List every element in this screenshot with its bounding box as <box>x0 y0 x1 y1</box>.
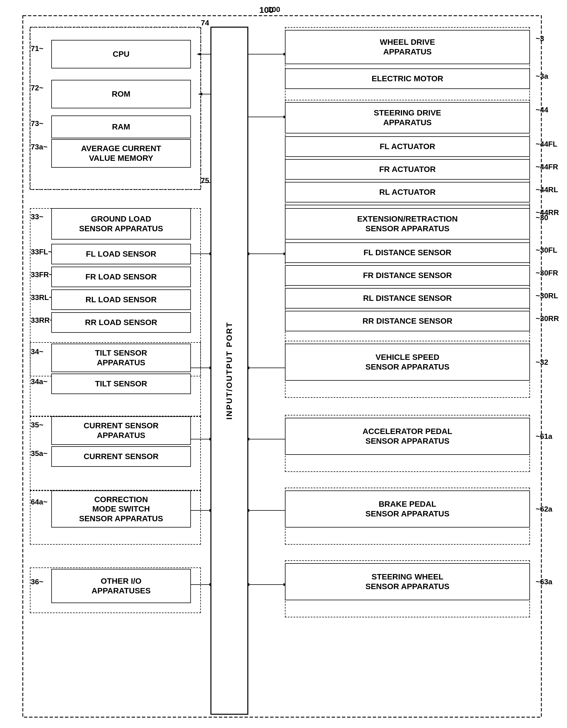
other-io-box: OTHER I/OAPPARATUSES <box>51 569 191 603</box>
ram-box: RAM <box>51 115 191 138</box>
rl-load-box: RL LOAD SENSOR <box>51 289 191 310</box>
ref-33rl: 33RL~ <box>31 293 53 302</box>
wheel-drive-box: WHEEL DRIVEAPPARATUS <box>285 30 530 64</box>
ref-44fl: ~44FL <box>536 140 557 149</box>
ref-61a: ~61a <box>536 432 552 441</box>
ground-load-box: GROUND LOADSENSOR APPARATUS <box>51 208 191 240</box>
rl-actuator-box: RL ACTUATOR <box>285 182 530 202</box>
rr-distance-box: RR DISTANCE SENSOR <box>285 311 530 331</box>
brake-pedal-box: BRAKE PEDALSENSOR APPARATUS <box>285 490 530 528</box>
fr-load-box: FR LOAD SENSOR <box>51 267 191 287</box>
fr-actuator-box: FR ACTUATOR <box>285 159 530 180</box>
steering-drive-box: STEERING DRIVEAPPARATUS <box>285 102 530 133</box>
ref-34: 34~ <box>31 347 43 356</box>
ref-35a: 35a~ <box>31 449 48 458</box>
electric-motor-box: ELECTRIC MOTOR <box>285 68 530 89</box>
rl-distance-box: RL DISTANCE SENSOR <box>285 288 530 309</box>
io-port-label: INPUT/OUTPUT PORT <box>225 322 234 419</box>
ref-72: 72~ <box>31 84 43 92</box>
ref-74: 74 <box>201 19 209 27</box>
ref-62a: ~62a <box>536 505 552 514</box>
fl-actuator-box: FL ACTUATOR <box>285 136 530 157</box>
ref-71: 71~ <box>31 44 43 53</box>
avg-current-mem-box: AVERAGE CURRENTVALUE MEMORY <box>51 139 191 168</box>
ref-34a: 34a~ <box>31 377 48 386</box>
ref-33: 33~ <box>31 212 43 221</box>
ref-75: 75 <box>201 176 209 185</box>
steering-wheel-box: STEERING WHEELSENSOR APPARATUS <box>285 563 530 600</box>
tilt-sensor-box: TILT SENSOR <box>51 374 191 394</box>
ref-36: 36~ <box>31 577 43 586</box>
fl-distance-box: FL DISTANCE SENSOR <box>285 242 530 263</box>
io-port-box: INPUT/OUTPUT PORT <box>211 27 248 714</box>
ref-35: 35~ <box>31 421 43 429</box>
ref-100: 100 <box>259 5 274 15</box>
rom-box: ROM <box>51 80 191 108</box>
tilt-sensor-app-box: TILT SENSORAPPARATUS <box>51 344 191 372</box>
ext-retract-box: EXTENSION/RETRACTIONSENSOR APPARATUS <box>285 208 530 240</box>
ref-30: ~30 <box>536 213 548 222</box>
ref-64a: 64a~ <box>31 498 48 506</box>
cpu-box: CPU <box>51 40 191 68</box>
ref-33rr: 33RR~ <box>31 316 54 325</box>
ref-44: ~44 <box>536 106 548 114</box>
ref-32: ~32 <box>536 358 548 367</box>
ref-44rl: ~44RL <box>536 185 558 194</box>
ref-30rl: ~30RL <box>536 291 558 300</box>
accel-pedal-box: ACCELERATOR PEDALSENSOR APPARATUS <box>285 418 530 455</box>
fl-load-box: FL LOAD SENSOR <box>51 244 191 264</box>
rr-load-box: RR LOAD SENSOR <box>51 312 191 333</box>
current-sensor-app-box: CURRENT SENSORAPPARATUS <box>51 416 191 445</box>
ref-30fr: ~30FR <box>536 269 558 277</box>
vehicle-speed-box: VEHICLE SPEEDSENSOR APPARATUS <box>285 344 530 381</box>
ref-30fl: ~30FL <box>536 246 557 255</box>
correction-mode-box: CORRECTIONMODE SWITCHSENSOR APPARATUS <box>51 490 191 528</box>
ref-44fr: ~44FR <box>536 163 558 171</box>
ref-63a: ~63a <box>536 577 552 586</box>
ref-73: 73~ <box>31 119 43 128</box>
current-sensor-box: CURRENT SENSOR <box>51 446 191 467</box>
ref-33fr: 33FR~ <box>31 270 53 279</box>
ref-3: ~3 <box>536 34 544 43</box>
ref-3a: ~3a <box>536 72 548 81</box>
ref-33fl: 33FL~ <box>31 248 52 256</box>
diagram: 100 <box>0 0 567 728</box>
fr-distance-box: FR DISTANCE SENSOR <box>285 265 530 286</box>
ref-73a: 73a~ <box>31 143 48 151</box>
ref-30rr: ~30RR <box>536 314 559 323</box>
